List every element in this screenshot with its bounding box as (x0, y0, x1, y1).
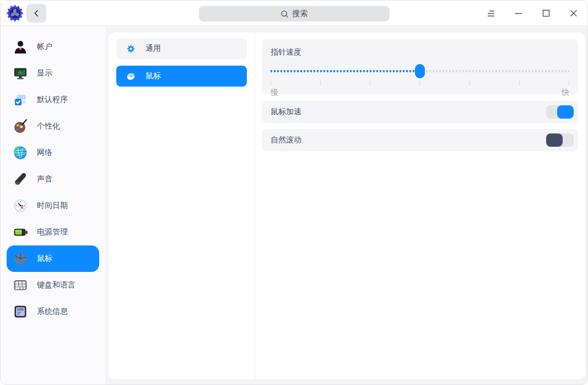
search-placeholder: 搜索 (293, 9, 308, 19)
sidebar-item-network[interactable]: 网络 (7, 140, 99, 166)
system-info-icon: UOS (13, 304, 28, 319)
gear-icon (126, 44, 136, 54)
slider-tick (419, 81, 420, 85)
sidebar-item-accounts[interactable]: 帐户 (7, 34, 99, 60)
datetime-icon (13, 198, 28, 213)
titlebar: 搜索 (1, 1, 587, 26)
slider-handle[interactable] (415, 64, 425, 78)
maximize-icon (541, 8, 551, 18)
accounts-icon (13, 39, 28, 55)
power-icon (13, 224, 28, 240)
main-panel: 通用 鼠标 指针速度 慢 快 鼠标加速自然滚动 (109, 33, 585, 379)
mouse-acceleration-toggle[interactable] (546, 105, 574, 119)
sidebar-item-label: 帐户 (37, 42, 52, 52)
sidebar-item-display[interactable]: 显示 (7, 60, 99, 87)
toggle-rows: 鼠标加速自然滚动 (262, 101, 578, 151)
keyboard-icon (13, 277, 28, 293)
slider-tick (320, 81, 321, 85)
slider-track-filled[interactable] (271, 70, 420, 72)
sidebar-item-label: 时间日期 (37, 201, 68, 211)
natural-scroll-label: 自然滚动 (271, 135, 301, 145)
slider-tick (370, 81, 370, 85)
sidebar-item-label: 个性化 (37, 121, 60, 131)
sidebar-item-label: 网络 (37, 148, 52, 158)
toggle-knob[interactable] (546, 133, 563, 147)
mouse-acceleration-label: 鼠标加速 (271, 107, 301, 117)
mouse-settings-content: 指针速度 慢 快 鼠标加速自然滚动 (255, 33, 585, 379)
natural-scroll-row: 自然滚动 (262, 129, 578, 151)
sidebar-item-mouse[interactable]: 鼠标 (7, 245, 99, 272)
maximize-button[interactable] (538, 5, 554, 22)
svg-text:UOS: UOS (17, 308, 24, 311)
nav-item-label: 鼠标 (145, 71, 161, 81)
mouse-section-nav: 通用 鼠标 (109, 33, 255, 379)
slider-tick (271, 81, 271, 85)
back-button[interactable] (26, 4, 46, 23)
sidebar-item-datetime[interactable]: 时间日期 (7, 192, 99, 219)
chevron-left-icon (32, 9, 41, 18)
window-controls (483, 5, 587, 22)
sidebar-item-label: 声音 (37, 174, 52, 184)
slider-tick (569, 81, 569, 85)
sidebar-item-sound[interactable]: 声音 (7, 166, 99, 192)
sidebar-item-personalization[interactable]: 个性化 (7, 113, 99, 140)
control-center-window: 搜索 (0, 0, 588, 385)
personalization-icon (13, 119, 28, 134)
slider-minmax-labels: 慢 快 (271, 88, 569, 98)
nav-item-mouse[interactable]: 鼠标 (116, 66, 247, 87)
slow-label: 慢 (271, 88, 278, 98)
sidebar-item-label: 系统信息 (37, 307, 68, 317)
sidebar-item-label: 显示 (37, 68, 52, 78)
sidebar-item-label: 电源管理 (37, 227, 68, 237)
natural-scroll-toggle[interactable] (546, 133, 574, 147)
pointer-speed-label: 指针速度 (271, 47, 569, 57)
search-input[interactable]: 搜索 (199, 6, 390, 22)
nav-item-label: 通用 (145, 44, 161, 54)
display-icon (13, 66, 28, 81)
search-icon (280, 10, 289, 18)
minimize-icon (514, 8, 524, 18)
fast-label: 快 (562, 88, 569, 98)
sidebar-item-label: 默认程序 (37, 95, 68, 105)
default-apps-icon (13, 92, 28, 108)
pointer-speed-card: 指针速度 慢 快 (262, 39, 578, 94)
close-icon (569, 8, 579, 18)
pointer-speed-slider[interactable] (271, 64, 569, 78)
menu-button[interactable] (483, 5, 499, 22)
sidebar-item-keyboard[interactable]: 键盘和语言 (7, 272, 99, 298)
mouse-icon (126, 72, 136, 81)
sound-icon (13, 172, 28, 187)
sidebar-item-power[interactable]: 电源管理 (7, 219, 99, 245)
mouse-icon (13, 251, 28, 266)
sidebar-item-label: 鼠标 (37, 254, 52, 264)
close-button[interactable] (565, 5, 582, 22)
network-icon (13, 145, 28, 161)
sidebar-item-default-apps[interactable]: 默认程序 (7, 87, 99, 113)
slider-tick (470, 81, 470, 85)
menu-icon (486, 8, 496, 18)
minimize-button[interactable] (510, 5, 527, 22)
mouse-acceleration-row: 鼠标加速 (262, 101, 578, 123)
sidebar: 帐户 显示 默认程序 个性化 网络 声音 (1, 26, 105, 384)
slider-tick (519, 81, 520, 85)
nav-item-general[interactable]: 通用 (116, 38, 247, 59)
slider-ticks (271, 81, 569, 85)
sidebar-item-label: 键盘和语言 (37, 280, 75, 290)
toggle-knob[interactable] (557, 105, 574, 119)
sidebar-item-system-info[interactable]: UOS 系统信息 (7, 298, 99, 325)
control-center-logo-icon (6, 4, 24, 22)
